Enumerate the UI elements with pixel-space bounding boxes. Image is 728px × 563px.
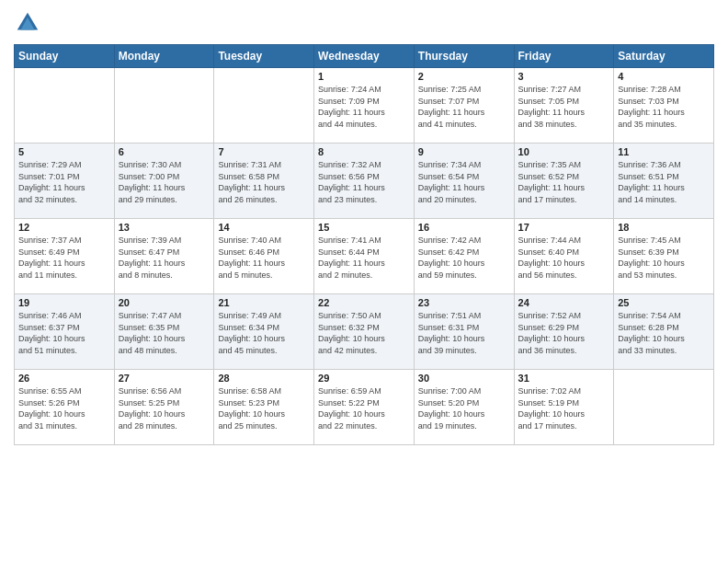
day-number: 22 <box>318 297 410 308</box>
day-number: 31 <box>518 373 610 384</box>
day-info: Sunrise: 7:45 AM Sunset: 6:39 PM Dayligh… <box>618 235 710 281</box>
day-number: 24 <box>518 297 610 308</box>
calendar-table: SundayMondayTuesdayWednesdayThursdayFrid… <box>14 44 714 445</box>
day-info: Sunrise: 6:56 AM Sunset: 5:25 PM Dayligh… <box>119 385 210 431</box>
day-number: 12 <box>18 222 110 233</box>
calendar-cell: 18Sunrise: 7:45 AM Sunset: 6:39 PM Dayli… <box>614 219 714 294</box>
day-info: Sunrise: 7:02 AM Sunset: 5:19 PM Dayligh… <box>518 385 610 431</box>
day-number: 15 <box>318 222 410 233</box>
calendar-cell: 10Sunrise: 7:35 AM Sunset: 6:52 PM Dayli… <box>514 144 614 219</box>
day-info: Sunrise: 7:25 AM Sunset: 7:07 PM Dayligh… <box>418 84 510 130</box>
day-info: Sunrise: 7:49 AM Sunset: 6:34 PM Dayligh… <box>218 310 310 356</box>
weekday-header: Saturday <box>614 45 714 68</box>
day-number: 16 <box>418 222 510 233</box>
day-number: 28 <box>218 373 310 384</box>
day-info: Sunrise: 7:44 AM Sunset: 6:40 PM Dayligh… <box>518 235 610 281</box>
day-number: 23 <box>418 297 510 308</box>
calendar-cell: 20Sunrise: 7:47 AM Sunset: 6:35 PM Dayli… <box>114 294 214 370</box>
calendar-cell: 28Sunrise: 6:58 AM Sunset: 5:23 PM Dayli… <box>214 370 314 445</box>
calendar-cell: 1Sunrise: 7:24 AM Sunset: 7:09 PM Daylig… <box>314 68 415 144</box>
calendar-cell: 2Sunrise: 7:25 AM Sunset: 7:07 PM Daylig… <box>414 68 514 144</box>
calendar-cell: 7Sunrise: 7:31 AM Sunset: 6:58 PM Daylig… <box>214 144 314 219</box>
weekday-header: Thursday <box>414 45 514 68</box>
day-number: 18 <box>618 222 710 233</box>
calendar-cell: 19Sunrise: 7:46 AM Sunset: 6:37 PM Dayli… <box>15 294 115 370</box>
calendar-cell: 11Sunrise: 7:36 AM Sunset: 6:51 PM Dayli… <box>614 144 714 219</box>
day-info: Sunrise: 7:31 AM Sunset: 6:58 PM Dayligh… <box>218 159 310 205</box>
day-info: Sunrise: 7:50 AM Sunset: 6:32 PM Dayligh… <box>318 310 410 356</box>
logo-icon <box>14 9 41 37</box>
day-info: Sunrise: 6:59 AM Sunset: 5:22 PM Dayligh… <box>318 385 410 431</box>
day-info: Sunrise: 7:30 AM Sunset: 7:00 PM Dayligh… <box>119 159 210 205</box>
day-number: 21 <box>218 297 310 308</box>
day-number: 29 <box>318 373 410 384</box>
calendar-cell: 13Sunrise: 7:39 AM Sunset: 6:47 PM Dayli… <box>114 219 214 294</box>
page-header <box>14 9 714 37</box>
day-info: Sunrise: 7:39 AM Sunset: 6:47 PM Dayligh… <box>119 235 210 281</box>
day-info: Sunrise: 7:28 AM Sunset: 7:03 PM Dayligh… <box>618 84 710 130</box>
calendar-header-row: SundayMondayTuesdayWednesdayThursdayFrid… <box>15 45 714 68</box>
weekday-header: Friday <box>514 45 614 68</box>
calendar-week-row: 12Sunrise: 7:37 AM Sunset: 6:49 PM Dayli… <box>15 219 714 294</box>
calendar-cell: 6Sunrise: 7:30 AM Sunset: 7:00 PM Daylig… <box>114 144 214 219</box>
day-info: Sunrise: 7:41 AM Sunset: 6:44 PM Dayligh… <box>318 235 410 281</box>
day-info: Sunrise: 6:55 AM Sunset: 5:26 PM Dayligh… <box>18 385 110 431</box>
day-number: 20 <box>119 297 210 308</box>
day-info: Sunrise: 7:47 AM Sunset: 6:35 PM Dayligh… <box>119 310 210 356</box>
calendar-cell: 14Sunrise: 7:40 AM Sunset: 6:46 PM Dayli… <box>214 219 314 294</box>
day-number: 9 <box>418 146 510 157</box>
calendar-cell: 23Sunrise: 7:51 AM Sunset: 6:31 PM Dayli… <box>414 294 514 370</box>
calendar-cell: 9Sunrise: 7:34 AM Sunset: 6:54 PM Daylig… <box>414 144 514 219</box>
calendar-cell: 12Sunrise: 7:37 AM Sunset: 6:49 PM Dayli… <box>15 219 115 294</box>
calendar-cell: 17Sunrise: 7:44 AM Sunset: 6:40 PM Dayli… <box>514 219 614 294</box>
day-number: 5 <box>18 146 110 157</box>
calendar-cell: 5Sunrise: 7:29 AM Sunset: 7:01 PM Daylig… <box>15 144 115 219</box>
calendar-cell: 22Sunrise: 7:50 AM Sunset: 6:32 PM Dayli… <box>314 294 415 370</box>
calendar-cell: 8Sunrise: 7:32 AM Sunset: 6:56 PM Daylig… <box>314 144 415 219</box>
day-info: Sunrise: 7:24 AM Sunset: 7:09 PM Dayligh… <box>318 84 410 130</box>
calendar-cell <box>214 68 314 144</box>
day-info: Sunrise: 7:54 AM Sunset: 6:28 PM Dayligh… <box>618 310 710 356</box>
weekday-header: Monday <box>114 45 214 68</box>
calendar-cell: 30Sunrise: 7:00 AM Sunset: 5:20 PM Dayli… <box>414 370 514 445</box>
day-info: Sunrise: 7:51 AM Sunset: 6:31 PM Dayligh… <box>418 310 510 356</box>
day-number: 27 <box>119 373 210 384</box>
day-number: 6 <box>119 146 210 157</box>
day-number: 26 <box>18 373 110 384</box>
page-container: SundayMondayTuesdayWednesdayThursdayFrid… <box>0 0 728 563</box>
calendar-cell: 4Sunrise: 7:28 AM Sunset: 7:03 PM Daylig… <box>614 68 714 144</box>
calendar-week-row: 19Sunrise: 7:46 AM Sunset: 6:37 PM Dayli… <box>15 294 714 370</box>
day-info: Sunrise: 7:29 AM Sunset: 7:01 PM Dayligh… <box>18 159 110 205</box>
day-number: 2 <box>418 71 510 82</box>
day-number: 30 <box>418 373 510 384</box>
calendar-cell: 21Sunrise: 7:49 AM Sunset: 6:34 PM Dayli… <box>214 294 314 370</box>
day-info: Sunrise: 7:46 AM Sunset: 6:37 PM Dayligh… <box>18 310 110 356</box>
day-number: 10 <box>518 146 610 157</box>
day-number: 7 <box>218 146 310 157</box>
calendar-cell: 24Sunrise: 7:52 AM Sunset: 6:29 PM Dayli… <box>514 294 614 370</box>
day-info: Sunrise: 6:58 AM Sunset: 5:23 PM Dayligh… <box>218 385 310 431</box>
calendar-cell <box>114 68 214 144</box>
day-info: Sunrise: 7:42 AM Sunset: 6:42 PM Dayligh… <box>418 235 510 281</box>
calendar-cell: 26Sunrise: 6:55 AM Sunset: 5:26 PM Dayli… <box>15 370 115 445</box>
calendar-cell <box>614 370 714 445</box>
calendar-week-row: 5Sunrise: 7:29 AM Sunset: 7:01 PM Daylig… <box>15 144 714 219</box>
day-info: Sunrise: 7:36 AM Sunset: 6:51 PM Dayligh… <box>618 159 710 205</box>
day-info: Sunrise: 7:34 AM Sunset: 6:54 PM Dayligh… <box>418 159 510 205</box>
calendar-cell: 15Sunrise: 7:41 AM Sunset: 6:44 PM Dayli… <box>314 219 415 294</box>
day-number: 13 <box>119 222 210 233</box>
day-number: 11 <box>618 146 710 157</box>
day-number: 14 <box>218 222 310 233</box>
calendar-cell <box>15 68 115 144</box>
calendar-cell: 3Sunrise: 7:27 AM Sunset: 7:05 PM Daylig… <box>514 68 614 144</box>
weekday-header: Sunday <box>15 45 115 68</box>
day-number: 3 <box>518 71 610 82</box>
calendar-cell: 27Sunrise: 6:56 AM Sunset: 5:25 PM Dayli… <box>114 370 214 445</box>
calendar-week-row: 26Sunrise: 6:55 AM Sunset: 5:26 PM Dayli… <box>15 370 714 445</box>
day-number: 25 <box>618 297 710 308</box>
day-info: Sunrise: 7:35 AM Sunset: 6:52 PM Dayligh… <box>518 159 610 205</box>
day-info: Sunrise: 7:27 AM Sunset: 7:05 PM Dayligh… <box>518 84 610 130</box>
logo <box>14 9 45 37</box>
calendar-cell: 25Sunrise: 7:54 AM Sunset: 6:28 PM Dayli… <box>614 294 714 370</box>
day-number: 8 <box>318 146 410 157</box>
